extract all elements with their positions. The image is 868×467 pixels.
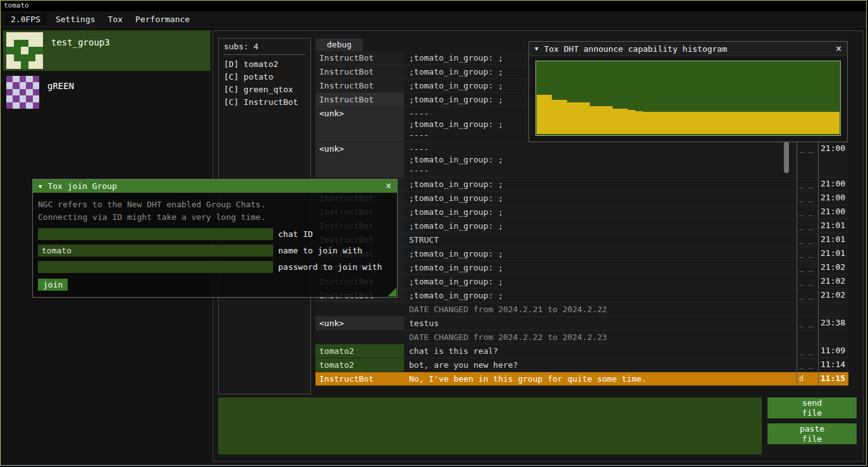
join-info-line-2: Connecting via ID might take a very long… (38, 211, 392, 224)
histogram-bar (628, 110, 635, 134)
histogram-bar (817, 112, 824, 134)
message-text: No, I've been in this group for quite so… (404, 372, 797, 385)
menu-settings[interactable]: Settings (49, 13, 102, 25)
message-flags (797, 303, 818, 316)
chat-id-input[interactable] (38, 228, 273, 240)
join-group-window: ▼ Tox join Group × NGC refers to the New… (32, 179, 398, 298)
menu-bar: 2.0FPS SettingsToxPerformance (1, 11, 866, 27)
join-password-input[interactable] (38, 261, 273, 273)
subs-count: subs: 4 (224, 42, 305, 55)
message-flags: _ _ (797, 191, 818, 205)
message-flags: _ _ (797, 358, 818, 372)
histogram-bar (673, 112, 680, 134)
message-author: <unk> (315, 142, 404, 177)
app-window: tomato 2.0FPS SettingsToxPerformance tes… (0, 0, 867, 466)
message-author: InstructBot (315, 79, 404, 92)
histogram-bar (703, 112, 711, 134)
group-name: gREEN (47, 76, 74, 91)
histogram-bar (688, 112, 695, 134)
message-author: tomato2 (315, 358, 404, 372)
message-author (315, 331, 404, 344)
histogram-bar (575, 102, 582, 134)
window-title: tomato (4, 1, 29, 9)
chat-id-row: chat ID (38, 228, 392, 240)
histogram-bar (824, 112, 832, 134)
message-row[interactable]: <unk>----;tomato_in_group: ;----_ _21:00 (315, 142, 848, 178)
join-button[interactable]: join (38, 279, 68, 291)
message-flags: _ _ (797, 219, 818, 233)
histogram-bar (809, 112, 817, 134)
message-row[interactable]: tomato2chat is this real?_ _11:09 (315, 344, 848, 358)
histogram-bars (537, 62, 840, 134)
menu-tox[interactable]: Tox (102, 13, 129, 25)
message-text: DATE CHANGED from 2024.2.22 to 2024.2.23 (404, 331, 797, 344)
histogram-bar (749, 112, 756, 134)
histogram-bar (597, 106, 605, 134)
close-icon[interactable]: × (386, 181, 391, 191)
message-flags: _ _ (797, 289, 818, 302)
message-text: testus (404, 317, 797, 330)
histogram-window: ▼ Tox DHT announce capability histogram … (529, 41, 848, 142)
message-text: ----;tomato_in_group: ;---- (404, 142, 797, 177)
histogram-bar (537, 95, 544, 134)
histogram-bar (567, 102, 575, 134)
send-file-button[interactable]: send file (767, 397, 857, 418)
member-tomato2[interactable]: [D] tomato2 (224, 58, 305, 71)
message-text: ;tomato_in_group: ; (404, 178, 797, 191)
histogram-bar (559, 100, 567, 134)
tab-debug[interactable]: debug (315, 39, 363, 52)
close-icon[interactable]: × (836, 44, 841, 54)
message-row[interactable]: <unk>testus_ _23:38 (315, 317, 848, 331)
collapse-icon[interactable]: ▼ (535, 45, 538, 52)
collapse-icon[interactable]: ▼ (39, 183, 42, 190)
message-time: 21:00 (818, 205, 848, 219)
histogram-bar (613, 109, 620, 134)
message-flags: _ _ (797, 247, 818, 260)
message-time: 11:15 (818, 372, 848, 385)
member-InstructBot[interactable]: [C] InstructBot (224, 96, 305, 109)
histogram-plot (535, 61, 841, 136)
histogram-bar (741, 112, 749, 134)
group-avatar (6, 76, 39, 109)
message-text: ;tomato_in_group: ; (404, 219, 797, 233)
resize-grip[interactable] (388, 288, 396, 296)
sidebar-group-gREEN[interactable]: gREEN (3, 74, 211, 111)
histogram-bar (544, 95, 552, 134)
join-info-line-1: NGC refers to the New DHT enabled Group … (38, 198, 392, 211)
histogram-bar (643, 112, 651, 134)
message-time: 21:02 (818, 261, 848, 274)
histogram-bar (733, 112, 741, 134)
chat-scrollbar-thumb[interactable] (784, 142, 789, 173)
fps-counter: 2.0FPS (4, 13, 47, 25)
message-flags: _ _ (797, 275, 818, 288)
message-time: 11:09 (818, 344, 848, 358)
message-input[interactable] (218, 397, 762, 454)
message-time: 21:02 (818, 289, 848, 302)
group-name: test_group3 (51, 32, 110, 47)
join-window-titlebar[interactable]: ▼ Tox join Group × (33, 179, 397, 193)
message-flags: _ _ (797, 233, 818, 246)
message-flags: _ _ (797, 344, 818, 358)
histogram-bar (620, 109, 628, 134)
message-flags: _ _ (797, 178, 818, 191)
message-text: STRUCT (404, 233, 797, 246)
histogram-bar (658, 112, 666, 134)
message-time: 23:38 (818, 317, 848, 330)
member-green_qtox[interactable]: [C] green_qtox (224, 83, 305, 96)
message-author: InstructBot (315, 51, 404, 64)
message-row[interactable]: tomato2bot, are you new here?_ _11:14 (315, 358, 848, 372)
message-row[interactable]: DATE CHANGED from 2024.2.22 to 2024.2.23 (315, 331, 848, 344)
member-potato[interactable]: [C] potato (224, 71, 305, 83)
join-name-input[interactable]: tomato (38, 245, 273, 257)
message-text: ;tomato_in_group: ; (404, 289, 797, 302)
message-time: 21:01 (818, 247, 848, 260)
histogram-bar (680, 112, 688, 134)
join-password-row: password to join with (38, 261, 392, 273)
message-time (818, 303, 848, 316)
menu-performance[interactable]: Performance (129, 13, 196, 25)
paste-file-button[interactable]: paste file (767, 423, 857, 444)
message-row[interactable]: DATE CHANGED from 2024.2.21 to 2024.2.22 (315, 303, 848, 317)
sidebar-group-test_group3[interactable]: test_group3 (3, 30, 211, 71)
message-row[interactable]: InstructBotNo, I've been in this group f… (315, 372, 848, 386)
histogram-titlebar[interactable]: ▼ Tox DHT announce capability histogram … (529, 42, 847, 56)
